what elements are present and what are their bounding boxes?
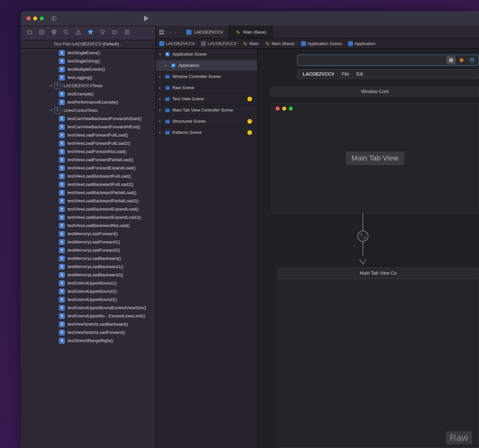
seg-3d-icon[interactable]	[457, 56, 466, 64]
test-item[interactable]: ttestViewStretchLoadBackward()	[21, 320, 156, 328]
outline-item[interactable]: ▸Window Controller Scene	[156, 71, 257, 82]
toggle-sidebar-icon[interactable]	[52, 16, 56, 20]
test-item[interactable]: ttestMemoryLoadBackward()	[21, 254, 156, 262]
test-item[interactable]: ttestExtendUpperBoundExceedViewSize()	[21, 304, 156, 312]
jumpbar-item[interactable]: LACOEZVCCV	[159, 41, 195, 46]
test-badge-icon: t	[59, 182, 65, 187]
test-group[interactable]: ▾TLACOEZVCCVTests	[21, 82, 156, 90]
test-badge-icon: t	[59, 256, 65, 261]
test-item[interactable]: ttestSingleEvent()	[21, 49, 156, 57]
ib-canvas[interactable]: LACOEZVCCV File Edi Window Cont Main Tab…	[258, 49, 479, 448]
outline-item[interactable]: ▸Structured Scene!	[156, 116, 257, 127]
nav-back-icon[interactable]: ‹	[169, 29, 172, 35]
disclosure-icon: ▾	[159, 52, 163, 56]
win-icon	[164, 85, 170, 91]
project-nav-icon[interactable]	[27, 30, 33, 35]
chevron-right-icon: 〉	[196, 41, 200, 46]
tab-view-controller-box[interactable]: Raw	[277, 279, 479, 448]
test-badge-icon: t	[59, 91, 65, 97]
outline-item[interactable]: ▸Patterns Scene!	[156, 127, 257, 138]
test-nav-icon[interactable]	[88, 30, 93, 35]
run-button[interactable]	[144, 15, 149, 21]
test-badge-icon: t	[59, 157, 65, 163]
close-button[interactable]	[27, 16, 31, 20]
jumpbar-item[interactable]: Main (Base)	[265, 41, 294, 46]
source-control-nav-icon[interactable]	[39, 30, 45, 35]
test-item[interactable]: ttestPerformanceExample()	[21, 98, 156, 106]
menubar-preview[interactable]: LACOEZVCCV File Edi	[297, 69, 479, 79]
test-item[interactable]: ttestMemoryLoadBackward2()	[21, 271, 156, 279]
test-item[interactable]: ttestViewLoadBackwardFullLoad()	[21, 172, 156, 180]
test-badge-icon: t	[59, 280, 65, 286]
outline-item[interactable]: ▸Raw Scene	[156, 82, 257, 93]
jumpbar-icon	[348, 41, 353, 46]
test-item[interactable]: ttestViewLoadForwardNoLoad()	[21, 147, 156, 156]
nav-forward-icon[interactable]: ›	[174, 29, 177, 35]
jump-bar[interactable]: LACOEZVCCV〉LACOEZVCCV〉Main〉Main (Base)〉A…	[156, 39, 479, 49]
warning-icon: !	[247, 130, 252, 135]
symbol-nav-icon[interactable]	[51, 30, 57, 35]
window-controller-label: Window Cont	[271, 87, 479, 96]
jumpbar-item[interactable]: Main	[243, 41, 259, 46]
tab-project[interactable]: LACOEZVCCV	[180, 26, 229, 38]
mock-window[interactable]: Main Tab View	[271, 103, 479, 213]
report-nav-icon[interactable]	[124, 30, 130, 35]
related-items-icon[interactable]	[159, 30, 164, 35]
test-plan-selector[interactable]: Test Plan:LACOEZVCCV (Default) ⌄	[21, 40, 156, 49]
jumpbar-item[interactable]: Application	[348, 41, 376, 46]
test-item[interactable]: ttestViewLoadForwardFullLoad2()	[21, 139, 156, 147]
document-outline[interactable]: ▾Application Scene▸Application▸Window Co…	[156, 49, 258, 448]
issue-nav-icon[interactable]	[75, 30, 81, 35]
test-item[interactable]: ttestViewLoadBackwardPartialLoad()	[21, 188, 156, 197]
zoom-button[interactable]	[40, 16, 44, 20]
find-nav-icon[interactable]	[63, 30, 69, 35]
test-item[interactable]: ttestMemoryLoadForward2()	[21, 246, 156, 254]
test-item[interactable]: ttestCanViewBackwardForwardAtStart()	[21, 114, 156, 123]
outline-item[interactable]: ▸Main Tab View Controller Scene	[156, 105, 257, 116]
test-badge-icon: t	[59, 116, 65, 122]
test-navigator-tree[interactable]: ttestSingleEvent()ttestSingleString()tte…	[21, 49, 156, 448]
test-item[interactable]: ttestViewLoadForwardExpandLoad()	[21, 164, 156, 172]
svg-rect-4	[52, 30, 54, 32]
test-item[interactable]: ttestSingleString()	[21, 57, 156, 65]
app-icon	[186, 30, 191, 35]
minimize-button[interactable]	[33, 16, 37, 20]
test-item[interactable]: ttestViewLoadForwardPartialLoad()	[21, 156, 156, 164]
test-item[interactable]: ttestExtendUpperBo…ExceedLinesLimit()	[21, 312, 156, 320]
jumpbar-item[interactable]: LACOEZVCCV	[201, 41, 237, 46]
tab-main-storyboard[interactable]: Main (Base)	[229, 26, 272, 38]
test-item[interactable]: ttestMemoryLoadForward()	[21, 230, 156, 238]
breakpoint-nav-icon[interactable]	[112, 30, 118, 35]
test-item[interactable]: ttestLogging()	[21, 73, 156, 82]
test-item[interactable]: ttestStretchRangeRight()	[21, 336, 156, 345]
test-item[interactable]: ttestViewStretchLoadForward()	[21, 328, 156, 336]
jumpbar-icon	[201, 41, 206, 46]
segue-connector	[356, 213, 369, 266]
test-group[interactable]: ▾TLinesControlTests	[21, 106, 156, 114]
test-item[interactable]: ttestMemoryLoadForward1()	[21, 238, 156, 246]
test-item[interactable]: ttestExtendUpperBound1()	[21, 279, 156, 287]
disclosure-icon: ▸	[159, 119, 163, 123]
test-item[interactable]: ttestMemoryLoadBackward1()	[21, 262, 156, 271]
seg-cube-icon[interactable]	[467, 56, 477, 64]
outline-item[interactable]: ▾Application Scene	[156, 49, 257, 60]
test-item[interactable]: ttestMultipleEvents()	[21, 65, 156, 73]
seg-app-icon[interactable]	[446, 56, 456, 64]
test-item[interactable]: ttestViewLoadBackwardFullLoad2()	[21, 180, 156, 188]
outline-item[interactable]: ▸Application	[156, 60, 257, 71]
test-item[interactable]: ttestExtendUpperBound2()	[21, 287, 156, 295]
test-item[interactable]: ttestViewLoadBackwardNoLoad()	[21, 221, 156, 230]
test-item[interactable]: ttestViewLoadForwardFullLoad()	[21, 131, 156, 139]
jumpbar-item[interactable]: Application Scene	[301, 41, 342, 46]
test-item[interactable]: ttestExtendUpperBound3()	[21, 295, 156, 304]
test-item[interactable]: ttestCanViewBackwardForwardAtEnd()	[21, 123, 156, 131]
outline-item[interactable]: ▸Text View Scene!	[156, 93, 257, 105]
test-item[interactable]: ttestExample()	[21, 90, 156, 98]
test-badge-icon: t	[59, 338, 65, 344]
debug-nav-icon[interactable]	[100, 30, 106, 35]
test-item[interactable]: ttestViewLoadBackwardExpandLoad()	[21, 205, 156, 213]
canvas-view-segmented[interactable]	[297, 55, 479, 66]
test-item[interactable]: ttestViewLoadBackwardPartialLoad2()	[21, 197, 156, 205]
test-item[interactable]: ttestViewLoadBackwardExpandLoad2()	[21, 213, 156, 221]
svg-rect-18	[165, 108, 170, 109]
